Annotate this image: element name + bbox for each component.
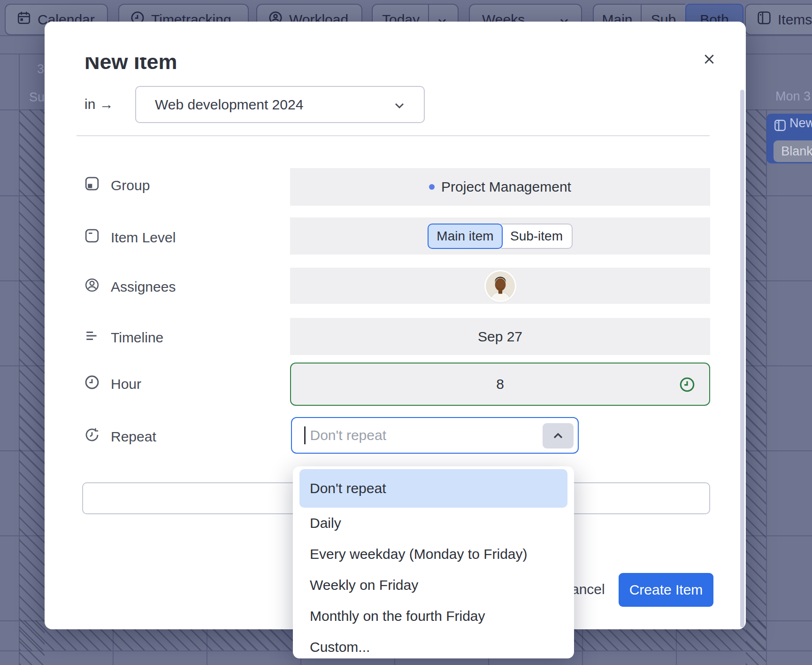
hour-field-label: Hour [84, 375, 141, 393]
week-number: 3 [28, 62, 44, 77]
board-icon [774, 119, 786, 133]
item-level-field: Main item Sub-item [290, 217, 710, 255]
calendar-icon [17, 11, 31, 28]
dropdown-option-weekly-friday[interactable]: Weekly on Friday [293, 570, 574, 601]
day-abbr-label: Su [29, 90, 45, 105]
weekend-column-hatch [19, 109, 45, 665]
timeline-icon [84, 328, 100, 347]
dropdown-option-every-weekday[interactable]: Every weekday (Monday to Friday) [293, 539, 574, 570]
item-level-icon [84, 228, 100, 247]
board-icon [757, 11, 771, 28]
group-color-dot [429, 184, 435, 190]
group-field-label: Group [84, 176, 150, 194]
event-card-badge: Blank [774, 140, 812, 162]
weekend-column-hatch [746, 109, 766, 665]
timeline-value: Sep 27 [478, 329, 522, 345]
dropdown-option-daily[interactable]: Daily [293, 508, 574, 539]
items-button[interactable]: Items [745, 4, 812, 35]
in-board-label: in → [84, 96, 114, 112]
assignees-field[interactable] [290, 268, 710, 304]
board-selector[interactable]: Web development 2024 [135, 86, 425, 123]
group-icon [84, 176, 100, 194]
clock-icon [84, 375, 100, 393]
chevron-down-icon [394, 97, 405, 113]
dropdown-option-dont-repeat[interactable]: Don't repeat [299, 469, 567, 508]
section-divider [77, 135, 710, 136]
event-card-title: New Item [789, 116, 812, 131]
board-selector-value: Web development 2024 [155, 97, 303, 113]
dialog-title: New Item [84, 57, 282, 70]
modal-scrollbar[interactable] [740, 90, 744, 627]
dropdown-option-custom[interactable]: Custom... [293, 632, 574, 658]
screen: 3 Su Mon 3 Calendar Timetracking Workloa… [0, 0, 812, 665]
day-header-label: Mon 3 [775, 89, 811, 104]
dropdown-option-monthly-fourth-friday[interactable]: Monthly on the fourth Friday [293, 601, 574, 632]
hour-input[interactable]: 8 [290, 363, 710, 406]
items-button-label: Items [778, 12, 812, 28]
main-item-option[interactable]: Main item [428, 224, 503, 249]
group-value: Project Management [441, 179, 571, 195]
chevron-up-button[interactable] [543, 423, 574, 448]
timeline-field-label: Timeline [84, 328, 163, 347]
repeat-dropdown-menu: Don't repeat Daily Every weekday (Monday… [293, 466, 574, 658]
assignee-avatar[interactable] [486, 271, 515, 301]
item-level-field-label: Item Level [84, 228, 176, 247]
close-icon[interactable] [701, 51, 718, 68]
sub-item-option[interactable]: Sub-item [501, 224, 573, 249]
grid-col-line [766, 109, 767, 665]
repeat-field-label: Repeat [84, 427, 156, 446]
text-cursor [304, 426, 306, 444]
assignees-field-label: Assignees [84, 278, 176, 296]
create-item-button[interactable]: Create Item [619, 573, 713, 607]
person-icon [84, 278, 100, 296]
hour-value: 8 [496, 376, 504, 392]
repeat-input[interactable]: Don't repeat [291, 417, 579, 454]
item-level-toggle: Main item Sub-item [428, 224, 573, 249]
clock-icon[interactable] [679, 377, 695, 396]
repeat-icon [84, 427, 100, 446]
repeat-placeholder: Don't repeat [310, 427, 387, 443]
group-value-field[interactable]: Project Management [290, 168, 710, 206]
timeline-value-field[interactable]: Sep 27 [290, 318, 710, 355]
